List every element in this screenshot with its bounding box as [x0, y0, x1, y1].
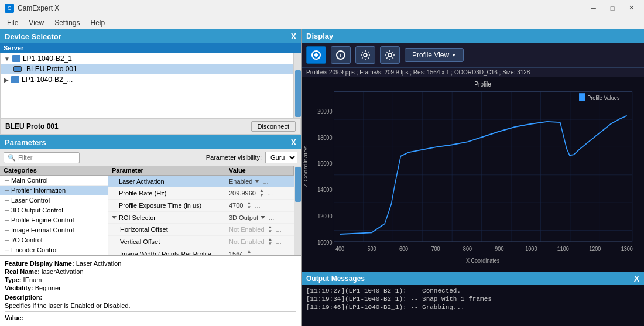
minimize-button[interactable]: ─ [585, 2, 602, 14]
spin-horiz[interactable]: ▲ ▼ [268, 225, 273, 234]
ellipsis-profile-rate[interactable]: ... [268, 190, 273, 197]
disconnect-button[interactable]: Disconnect [251, 121, 296, 132]
svg-text:1200: 1200 [589, 245, 601, 252]
param-val-img-width: 1564 [229, 250, 243, 255]
category-encoder[interactable]: ─ Encoder Control [0, 245, 108, 255]
menu-help[interactable]: Help [86, 18, 110, 28]
expand-roi[interactable] [112, 216, 117, 219]
spin-profile-rate[interactable]: ▲ ▼ [259, 188, 264, 198]
params-table-body: Laser Activation Enabled ... [108, 176, 294, 255]
output-line-2: [11:19:34](LP1-1040-B2_1): -- Snap with … [306, 296, 639, 303]
server-item-bleu[interactable]: BLEU Proto 001 [1, 64, 293, 74]
param-header-label: Parameter [112, 167, 143, 174]
feature-desc-label: Description: [5, 294, 42, 301]
device-list-scroll-thumb[interactable] [295, 70, 301, 117]
feature-display: Feature Display Name: Laser Activation R… [0, 256, 301, 326]
param-name-horiz: Horizontal Offset [108, 225, 225, 234]
params-scrollbar[interactable] [294, 166, 301, 255]
toolbar-gear-btn[interactable] [380, 46, 400, 64]
param-value-roi: 3D Output ... [225, 213, 294, 222]
menu-view[interactable]: View [24, 18, 49, 28]
params-scroll-thumb[interactable] [295, 167, 301, 202]
output-line-3: [11:19:46](LP1-1040-B2_1): -- Grabbing..… [306, 304, 639, 311]
device-selector-close[interactable]: X [291, 32, 296, 41]
spin-exposure[interactable]: ▲ ▼ [246, 201, 251, 210]
toolbar-info-btn[interactable]: i [331, 46, 351, 64]
svg-text:18000: 18000 [317, 134, 332, 141]
cat-dash-4: ─ [5, 207, 9, 214]
feature-value-row: Value: [5, 311, 296, 321]
indent-bleu [4, 65, 11, 73]
category-io-control[interactable]: ─ I/O Control [0, 235, 108, 245]
close-button[interactable]: ✕ [623, 2, 639, 14]
parameters-header: Parameters X [0, 135, 301, 149]
filter-input[interactable] [18, 154, 76, 161]
filter-row: 🔍 Parameter visibility: Guru [0, 149, 301, 166]
category-profiler-info[interactable]: ─ Profiler Information [0, 186, 108, 195]
visibility-row: Parameter visibility: Guru [206, 152, 297, 163]
ellipsis-exposure[interactable]: ... [255, 202, 260, 209]
cat-dash-8: ─ [5, 247, 9, 253]
param-row-roi[interactable]: ROI Selector 3D Output ... [108, 212, 294, 224]
category-profile-engine[interactable]: ─ Profile Engine Control [0, 215, 108, 225]
dropdown-arrow-roi[interactable] [261, 216, 265, 219]
feature-desc-row: Description: [5, 294, 296, 301]
param-label-exposure: Profile Exposure Time (in us) [119, 202, 201, 209]
ellipsis-img-width[interactable]: ... [255, 250, 260, 255]
display-title: Display [306, 32, 333, 40]
display-info-text: Profile/s 209.9 pps ; Frame/s: 209.9 fps… [306, 69, 530, 76]
value-header-label: Value [229, 167, 246, 174]
spin-down-profile-rate[interactable]: ▼ [259, 193, 264, 198]
parameters-close[interactable]: X [291, 138, 296, 147]
selected-device-name: BLEU Proto 001 [5, 122, 59, 131]
maximize-button[interactable]: □ [604, 2, 621, 14]
server-item-lp2[interactable]: ▶ LP1-1040-B2_... [1, 74, 293, 85]
param-row-img-width[interactable]: Image Width / Points Per Profile 1564 ▲ … [108, 248, 294, 255]
menu-file[interactable]: File [2, 18, 23, 28]
category-3d-output[interactable]: ─ 3D Output Control [0, 205, 108, 215]
ellipsis-vert[interactable]: ... [276, 238, 281, 245]
spin-down-horiz[interactable]: ▼ [268, 229, 273, 234]
title-bar-left: C CamExpert X [5, 4, 59, 13]
camera-icon-bleu [13, 66, 22, 72]
param-row-horiz-offset[interactable]: Horizontal Offset Not Enabled ▲ ▼ ... [108, 224, 294, 236]
output-header: Output Messages X [302, 272, 644, 285]
spin-down-exposure[interactable]: ▼ [246, 205, 251, 210]
spin-vert[interactable]: ▲ ▼ [268, 237, 273, 246]
output-close[interactable]: X [634, 274, 639, 283]
svg-point-4 [364, 53, 367, 57]
spin-down-vert[interactable]: ▼ [268, 242, 273, 246]
spin-down-img-width[interactable]: ▼ [246, 254, 251, 255]
param-row-vert-offset[interactable]: Vertical Offset Not Enabled ▲ ▼ ... [108, 236, 294, 248]
category-laser-control[interactable]: ─ Laser Control [0, 195, 108, 205]
category-image-format[interactable]: ─ Image Format Control [0, 225, 108, 235]
ellipsis-laser[interactable]: ... [263, 178, 268, 185]
menu-settings[interactable]: Settings [50, 18, 84, 28]
toolbar-settings-btn[interactable] [355, 46, 375, 64]
param-row-laser-activation[interactable]: Laser Activation Enabled ... [108, 176, 294, 187]
profile-view-button[interactable]: Profile View ▼ [405, 48, 464, 62]
categories-list: ─ Main Control ─ Profiler Information ─ … [0, 176, 108, 255]
spin-img-width[interactable]: ▲ ▼ [246, 249, 251, 255]
param-row-exposure[interactable]: Profile Exposure Time (in us) 4700 ▲ ▼ .… [108, 200, 294, 212]
svg-text:12000: 12000 [317, 212, 332, 219]
category-label-2: Profiler Information [11, 187, 66, 194]
category-main-control[interactable]: ─ Main Control [0, 176, 108, 186]
ellipsis-roi[interactable]: ... [269, 214, 274, 221]
dropdown-arrow-laser[interactable] [255, 180, 259, 183]
profile-view-dropdown-arrow: ▼ [451, 53, 456, 58]
svg-text:400: 400 [335, 245, 344, 252]
ellipsis-horiz[interactable]: ... [276, 226, 281, 233]
param-label-img-width: Image Width / Points Per Profile [120, 250, 211, 255]
toolbar-circle-btn[interactable] [306, 46, 326, 64]
feature-value-label: Value: [5, 314, 23, 321]
svg-text:i: i [340, 52, 342, 59]
parameters-section: Parameters X 🔍 Parameter visibility: Gur… [0, 135, 301, 256]
server-item-lp1[interactable]: ▼ LP1-1040-B2_1 [1, 53, 293, 64]
feature-type-label: Type: [5, 276, 22, 283]
device-list-scrollbar[interactable] [294, 53, 301, 118]
visibility-select[interactable]: Guru [265, 152, 297, 163]
param-row-profile-rate[interactable]: Profile Rate (Hz) 209.9960 ▲ ▼ ... [108, 187, 294, 200]
param-label-roi: ROI Selector [119, 214, 156, 221]
param-label-profile-rate: Profile Rate (Hz) [119, 190, 166, 197]
